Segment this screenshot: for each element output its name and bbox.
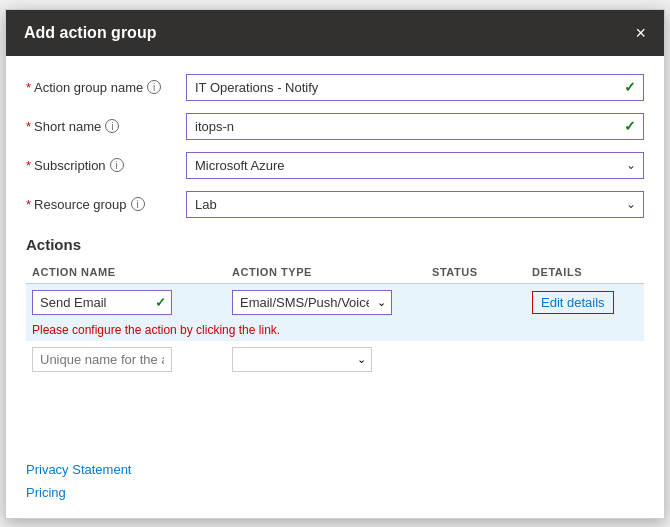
edit-details-button[interactable]: Edit details bbox=[532, 291, 614, 314]
short-name-checkmark: ✓ bbox=[624, 118, 636, 134]
action-type-cell: Email/SMS/Push/Voice ⌄ bbox=[226, 283, 426, 321]
next-action-type-select[interactable] bbox=[232, 347, 372, 372]
action-name-checkmark: ✓ bbox=[155, 295, 166, 310]
subscription-row: * Subscription i Microsoft Azure ⌄ bbox=[26, 152, 644, 179]
required-star-2: * bbox=[26, 119, 31, 134]
required-star-3: * bbox=[26, 158, 31, 173]
resource-group-select-wrapper: Lab ⌄ bbox=[186, 191, 644, 218]
short-name-input-wrapper: ✓ bbox=[186, 113, 644, 140]
info-icon-subscription[interactable]: i bbox=[110, 158, 124, 172]
dialog-title: Add action group bbox=[24, 24, 156, 42]
short-name-input[interactable] bbox=[186, 113, 644, 140]
table-row: ✓ Email/SMS/Push/Voice ⌄ bbox=[26, 283, 644, 321]
actions-title: Actions bbox=[26, 236, 644, 253]
short-name-row: * Short name i ✓ bbox=[26, 113, 644, 140]
info-icon-action-group[interactable]: i bbox=[147, 80, 161, 94]
status-cell bbox=[426, 283, 526, 321]
action-group-name-checkmark: ✓ bbox=[624, 79, 636, 95]
required-star: * bbox=[26, 80, 31, 95]
next-details-cell bbox=[526, 341, 644, 378]
info-icon-short-name[interactable]: i bbox=[105, 119, 119, 133]
dialog-header: Add action group × bbox=[6, 10, 664, 56]
action-type-select[interactable]: Email/SMS/Push/Voice bbox=[232, 290, 392, 315]
col-status: STATUS bbox=[426, 261, 526, 284]
action-name-input-wrap: ✓ bbox=[32, 290, 172, 315]
subscription-select-wrapper: Microsoft Azure ⌄ bbox=[186, 152, 644, 179]
action-name-cell: ✓ bbox=[26, 283, 226, 321]
short-name-label: * Short name i bbox=[26, 119, 186, 134]
next-action-name-input[interactable] bbox=[32, 347, 172, 372]
subscription-label: * Subscription i bbox=[26, 158, 186, 173]
privacy-statement-link[interactable]: Privacy Statement bbox=[26, 462, 644, 477]
required-star-4: * bbox=[26, 197, 31, 212]
next-action-name-wrap bbox=[32, 347, 220, 372]
actions-section: Actions ACTION NAME ACTION TYPE STATUS D… bbox=[26, 236, 644, 378]
action-group-name-input-wrapper: ✓ bbox=[186, 74, 644, 101]
subscription-select[interactable]: Microsoft Azure bbox=[186, 152, 644, 179]
next-action-type-cell: ⌄ bbox=[226, 341, 426, 378]
close-button[interactable]: × bbox=[635, 24, 646, 42]
next-action-name-cell bbox=[26, 341, 226, 378]
footer-links: Privacy Statement Pricing bbox=[26, 450, 644, 508]
dialog-body: * Action group name i ✓ * Short name i ✓ bbox=[6, 56, 664, 518]
col-details: DETAILS bbox=[526, 261, 644, 284]
action-error-message: Please configure the action by clicking … bbox=[26, 321, 644, 341]
resource-group-row: * Resource group i Lab ⌄ bbox=[26, 191, 644, 218]
col-action-name: ACTION NAME bbox=[26, 261, 226, 284]
pricing-link[interactable]: Pricing bbox=[26, 485, 644, 500]
actions-table: ACTION NAME ACTION TYPE STATUS DETAILS ✓ bbox=[26, 261, 644, 378]
action-group-name-row: * Action group name i ✓ bbox=[26, 74, 644, 101]
action-group-name-label: * Action group name i bbox=[26, 80, 186, 95]
error-row: Please configure the action by clicking … bbox=[26, 321, 644, 341]
resource-group-label: * Resource group i bbox=[26, 197, 186, 212]
action-group-name-input[interactable] bbox=[186, 74, 644, 101]
resource-group-select[interactable]: Lab bbox=[186, 191, 644, 218]
next-status-cell bbox=[426, 341, 526, 378]
add-action-group-dialog: Add action group × * Action group name i… bbox=[5, 9, 665, 519]
table-row-empty: ⌄ bbox=[26, 341, 644, 378]
action-type-select-wrap: Email/SMS/Push/Voice ⌄ bbox=[232, 290, 392, 315]
info-icon-resource-group[interactable]: i bbox=[131, 197, 145, 211]
col-action-type: ACTION TYPE bbox=[226, 261, 426, 284]
action-name-input[interactable] bbox=[32, 290, 172, 315]
next-action-type-wrap: ⌄ bbox=[232, 347, 372, 372]
details-cell: Edit details bbox=[526, 283, 644, 321]
